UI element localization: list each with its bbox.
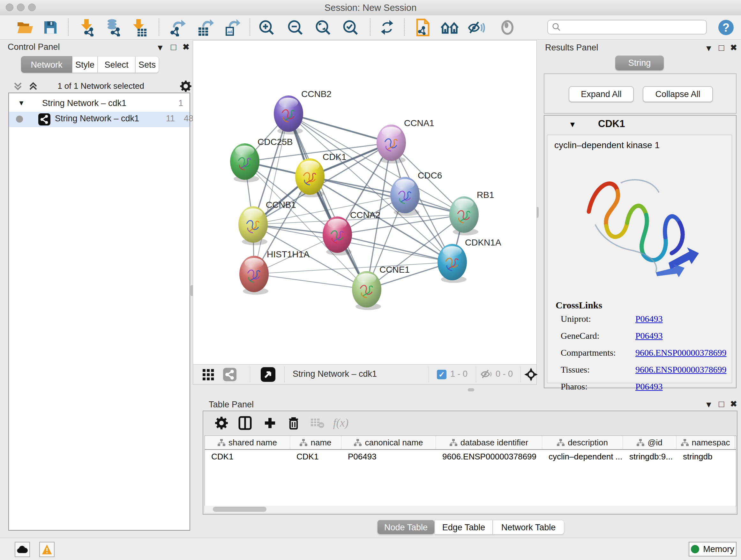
disclosure-triangle-icon[interactable]: ▼: [18, 99, 25, 107]
results-panel-maximize-button[interactable]: □: [719, 43, 724, 53]
tab-network-table[interactable]: Network Table: [493, 520, 564, 535]
title-bar: Session: New Session: [0, 0, 741, 16]
network-node-RB1[interactable]: RB1: [449, 190, 494, 235]
table-cell[interactable]: stringdb: [683, 452, 733, 462]
network-node-HIST1H1A[interactable]: HIST1H1A: [239, 249, 310, 295]
network-row-selected[interactable]: String Network – cdk1 11 48: [9, 112, 190, 127]
refresh-button[interactable]: [378, 18, 396, 37]
add-column-button[interactable]: [261, 415, 279, 432]
export-network-button[interactable]: [169, 18, 187, 37]
network-node-CDKN1A[interactable]: CDKN1A: [437, 238, 501, 283]
node-gloss: [279, 98, 298, 108]
export-image-button[interactable]: [222, 18, 241, 37]
network-canvas[interactable]: CCNB2CCNA1CDC25BCDK1CDC6RB1CCNB1CCNA2CDK…: [193, 41, 536, 365]
tab-edge-table[interactable]: Edge Table: [434, 520, 493, 535]
cloud-status-button[interactable]: [15, 542, 30, 557]
table-settings-button[interactable]: [213, 415, 230, 432]
column-header-@id[interactable]: @id: [623, 436, 677, 449]
tab-style[interactable]: Style: [72, 56, 98, 73]
crosslink-link[interactable]: 9606.ENSP00000378699: [635, 348, 726, 358]
column-header-shared-name[interactable]: shared name: [205, 436, 290, 449]
gear-icon[interactable]: [179, 80, 192, 92]
column-header-description[interactable]: description: [542, 436, 623, 449]
export-table-button[interactable]: [196, 18, 214, 37]
zoom-fit-button[interactable]: [314, 18, 332, 37]
results-panel-close-button[interactable]: ✖: [730, 43, 737, 53]
show-columns-button[interactable]: [237, 415, 254, 432]
table-cell[interactable]: P06493: [348, 452, 434, 462]
zoom-selected-button[interactable]: [341, 18, 360, 37]
table-panel-close-button[interactable]: ✖: [730, 399, 737, 409]
tab-sets[interactable]: Sets: [135, 56, 159, 73]
warning-status-button[interactable]: [39, 542, 55, 557]
fit-content-button[interactable]: [524, 368, 538, 382]
network-collection-row[interactable]: ▼ String Network – cdk1 1: [9, 97, 190, 112]
network-node-CCNA2[interactable]: CCNA2: [323, 210, 381, 255]
crosslink-link[interactable]: 9606.ENSP00000378699: [635, 365, 726, 375]
birdseye-view-button[interactable]: [261, 367, 275, 382]
table-cell[interactable]: stringdb:9...: [629, 452, 675, 462]
network-node-CDC6[interactable]: CDC6: [390, 171, 442, 216]
table-horizontal-scrollbar[interactable]: [205, 506, 736, 513]
tab-select[interactable]: Select: [98, 56, 135, 73]
zoom-out-button[interactable]: [286, 18, 305, 37]
crosslink-link[interactable]: P06493: [635, 314, 663, 324]
tab-node-table[interactable]: Node Table: [377, 520, 434, 535]
network-node-CCNB2[interactable]: CCNB2: [274, 89, 332, 134]
network-edge[interactable]: [288, 114, 367, 289]
hidden-eye-icon[interactable]: [480, 369, 493, 381]
collapse-all-icon[interactable]: [13, 81, 23, 91]
splitter-grip-bottom[interactable]: [468, 388, 474, 391]
node-gloss: [455, 199, 474, 209]
network-overview-button[interactable]: [223, 368, 237, 381]
control-panel-maximize-button[interactable]: □: [171, 42, 177, 52]
table-cell[interactable]: CDK1: [211, 452, 289, 462]
import-network-database-button[interactable]: [104, 18, 122, 37]
network-edge[interactable]: [337, 235, 452, 262]
expand-all-icon[interactable]: [28, 81, 38, 91]
open-network-document-button[interactable]: [414, 18, 432, 37]
crosslink-link[interactable]: P06493: [635, 331, 663, 341]
hide-panels-button[interactable]: [467, 18, 486, 37]
memory-button[interactable]: Memory: [689, 542, 737, 557]
session-home-button[interactable]: [441, 18, 459, 37]
grid-view-button[interactable]: [203, 369, 214, 382]
gene-section-header[interactable]: ▼ CDK1: [544, 116, 736, 134]
selected-checkbox[interactable]: ✓: [437, 370, 447, 379]
column-header-database-identifier[interactable]: database identifier: [436, 436, 542, 449]
scrollbar-thumb[interactable]: [213, 507, 266, 512]
crosslink-link[interactable]: P06493: [635, 381, 663, 392]
zoom-in-button[interactable]: [257, 18, 276, 37]
table-panel-maximize-button[interactable]: □: [719, 399, 724, 409]
table-panel-float-button[interactable]: ▼: [704, 400, 713, 410]
delete-table-button[interactable]: [309, 415, 326, 432]
search-input[interactable]: [561, 22, 700, 32]
help-button[interactable]: ?: [717, 18, 735, 37]
table-cell[interactable]: cyclin–dependent ...: [549, 452, 622, 462]
tab-string[interactable]: String: [615, 56, 664, 70]
table-cell[interactable]: 9606.ENSP00000378699: [442, 452, 541, 462]
save-session-button[interactable]: [41, 18, 60, 37]
import-network-file-button[interactable]: [77, 18, 96, 37]
expand-all-button[interactable]: Expand All: [569, 86, 634, 102]
column-header-canonical-name[interactable]: canonical name: [341, 436, 436, 449]
import-table-file-button[interactable]: [129, 18, 148, 37]
collapse-all-button[interactable]: Collapse All: [643, 86, 713, 102]
control-panel-close-button[interactable]: ✖: [183, 42, 190, 52]
table-cell[interactable]: CDK1: [296, 452, 340, 462]
network-node-CCNE1[interactable]: CCNE1: [352, 265, 410, 310]
disclosure-triangle-icon[interactable]: ▼: [569, 120, 576, 129]
open-session-button[interactable]: [16, 18, 35, 37]
results-panel-float-button[interactable]: ▼: [704, 44, 713, 53]
results-buttons-box: Expand All Collapse All: [544, 73, 737, 114]
control-panel-float-button[interactable]: ▼: [156, 43, 164, 53]
function-builder-button[interactable]: f(x): [332, 415, 349, 432]
network-edge[interactable]: [254, 274, 367, 289]
tab-network[interactable]: Network: [21, 56, 72, 73]
column-header-name[interactable]: name: [290, 436, 341, 449]
delete-column-button[interactable]: [285, 415, 302, 432]
show-panels-button[interactable]: [498, 18, 517, 37]
column-header-namespac[interactable]: namespac: [677, 436, 735, 449]
gear-icon: [214, 416, 228, 430]
network-edge[interactable]: [288, 114, 391, 143]
